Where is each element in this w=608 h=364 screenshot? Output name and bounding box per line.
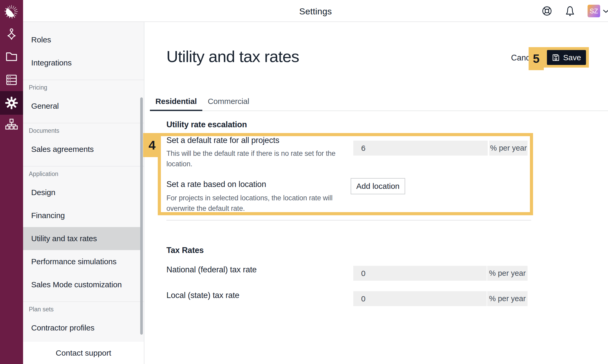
sidebar-item-sales-mode-customization[interactable]: Sales Mode customization xyxy=(23,273,144,296)
sidebar-item-general[interactable]: General xyxy=(23,95,144,118)
default-rate-description: This will be the default rate if there i… xyxy=(166,148,339,169)
save-button[interactable]: Save xyxy=(547,50,586,65)
sidebar-item-integrations[interactable]: Integrations xyxy=(23,51,144,74)
contact-support-link[interactable]: Contact support xyxy=(56,349,111,357)
utility-rate-escalation-heading: Utility rate escalation xyxy=(166,120,247,129)
floppy-disk-icon xyxy=(552,54,560,62)
sidebar-item-contractor-profiles[interactable]: Contractor profiles xyxy=(23,316,144,339)
bell-icon[interactable] xyxy=(563,4,577,18)
sidebar-footer: Contact support xyxy=(23,342,144,364)
section-divider xyxy=(166,220,531,220)
tab-bar: Residential Commercial xyxy=(150,93,608,111)
sitemap-icon[interactable] xyxy=(0,115,23,134)
avatar[interactable]: SZ xyxy=(588,5,600,17)
sidebar-item-roles[interactable]: Roles xyxy=(23,28,144,51)
sidebar-divider xyxy=(144,22,144,364)
sidebar-scrollbar[interactable] xyxy=(140,97,143,335)
annotation-step-5-highlight: Save xyxy=(544,47,589,68)
default-rate-input[interactable] xyxy=(353,141,488,156)
tab-commercial[interactable]: Commercial xyxy=(202,93,255,111)
sidebar-group-documents: Documents xyxy=(23,123,144,138)
app-title: Settings xyxy=(23,6,608,16)
sidebar-item-sales-agreements[interactable]: Sales agreements xyxy=(23,138,144,161)
location-rate-label: Set a rate based on location xyxy=(166,180,266,189)
aurora-logo-icon[interactable] xyxy=(0,1,23,23)
local-tax-rate-unit: % per year xyxy=(487,291,528,306)
default-rate-label: Set a default rate for all projects xyxy=(166,136,279,145)
location-rate-description: For projects in selected locations, the … xyxy=(166,193,339,214)
annotation-step-4-badge: 4 xyxy=(143,133,161,157)
sidebar-item-utility-and-tax-rates[interactable]: Utility and tax rates xyxy=(23,227,140,250)
national-tax-rate-label: National (federal) tax rate xyxy=(166,265,257,274)
gear-icon[interactable] xyxy=(0,91,23,115)
page-title: Utility and tax rates xyxy=(166,47,299,66)
add-location-button[interactable]: Add location xyxy=(351,178,405,194)
national-tax-rate-unit: % per year xyxy=(487,266,528,281)
sidebar-item-design[interactable]: Design xyxy=(23,181,144,204)
help-icon[interactable] xyxy=(540,4,553,18)
tab-residential[interactable]: Residential xyxy=(150,93,202,111)
sidebar-item-performance-simulations[interactable]: Performance simulations xyxy=(23,250,144,273)
chevron-down-icon[interactable] xyxy=(601,7,608,15)
folder-icon[interactable] xyxy=(0,47,23,66)
sidebar-group-application: Application xyxy=(23,166,144,181)
profile-star-icon[interactable] xyxy=(0,25,23,44)
icon-rail xyxy=(0,0,23,364)
sidebar-item-financing[interactable]: Financing xyxy=(23,204,144,227)
tax-rates-heading: Tax Rates xyxy=(166,246,204,255)
top-header: Settings SZ xyxy=(23,0,608,22)
annotation-step-5-badge: 5 xyxy=(529,47,544,70)
sidebar-group-plan-sets: Plan sets xyxy=(23,301,144,316)
avatar-initials: SZ xyxy=(590,7,598,15)
default-rate-unit: % per year xyxy=(489,141,528,156)
sidebar-group-pricing: Pricing xyxy=(23,80,144,95)
settings-nav-sidebar: Roles Integrations Pricing General Docum… xyxy=(23,22,144,342)
local-tax-rate-label: Local (state) tax rate xyxy=(166,291,239,300)
local-tax-rate-input[interactable] xyxy=(353,291,487,306)
save-button-label: Save xyxy=(563,53,581,62)
server-icon[interactable] xyxy=(0,70,23,89)
national-tax-rate-input[interactable] xyxy=(353,266,487,281)
